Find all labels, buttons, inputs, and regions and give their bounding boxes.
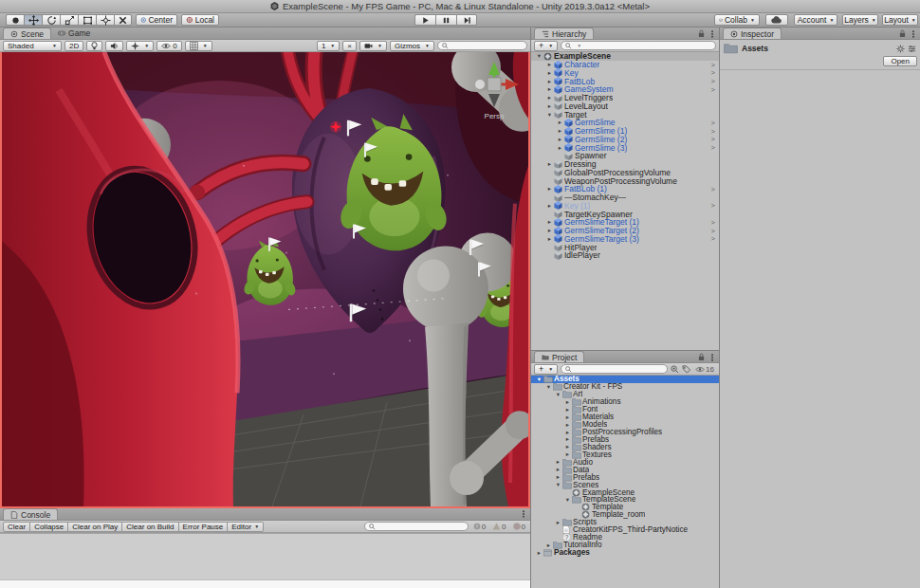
hierarchy-row-weaponpostprocessingvolume[interactable]: WeaponPostProcessingVolume [531,176,719,185]
expand-arrow[interactable]: ▸ [554,519,562,526]
expand-arrow[interactable]: ▸ [556,119,564,126]
play-button[interactable] [414,14,435,26]
hierarchy-row-fatblob[interactable]: ▸FatBLob> [531,77,719,85]
hierarchy-row-spawner[interactable]: Spawner [531,152,719,160]
collapse-button[interactable]: Collapse [30,522,68,532]
expand-arrow[interactable]: ▸ [545,69,554,77]
gear-icon[interactable] [896,45,905,53]
expand-arrow[interactable]: ▸ [545,218,554,226]
expand-arrow[interactable]: ▸ [545,202,554,210]
expand-arrow[interactable]: ▸ [563,413,572,421]
prefab-open-arrow[interactable]: > [711,227,719,235]
camera-speed-dropdown[interactable]: 1▼ [317,41,340,51]
space-toggle-button[interactable]: Local [181,14,219,26]
prefab-open-arrow[interactable]: > [711,218,719,227]
hierarchy-row-gamesystem[interactable]: ▸GameSystem> [531,85,719,94]
error-pause-button[interactable]: Error Pause [179,522,229,532]
project-row-prefabs[interactable]: ▸Prefabs [531,436,719,444]
2d-toggle[interactable]: 2D [64,41,83,51]
project-row-animations[interactable]: ▸Animations [531,398,719,406]
expand-arrow[interactable]: ▾ [563,496,572,504]
transform-tool-button[interactable] [96,14,114,26]
tab-scene[interactable]: Scene [3,28,51,39]
expand-arrow[interactable]: ▾ [535,376,543,383]
hierarchy-row-levellayout[interactable]: ▸LevelLayout [531,102,719,111]
lock-icon[interactable] [698,353,705,361]
project-row-creatorkitfps-third-partynotice[interactable]: CreatorKitFPS_Third-PartyNotice [531,526,719,534]
lighting-toggle[interactable] [86,41,102,51]
hierarchy-row-hitplayer[interactable]: HitPlayer [531,243,719,251]
menu-icon[interactable] [910,30,917,38]
project-row-data[interactable]: ▸Data [531,466,719,473]
expand-arrow[interactable]: ▸ [535,549,543,557]
hierarchy-row-germslimetarget-3-[interactable]: ▸GermSlimeTarget (3)> [531,235,719,244]
prefab-open-arrow[interactable]: > [711,127,719,136]
expand-arrow[interactable]: ▸ [563,429,572,436]
persp-label[interactable]: Persp [485,112,505,120]
expand-arrow[interactable]: ▸ [554,458,562,466]
create-asset-dropdown[interactable]: +▼ [534,364,558,375]
expand-arrow[interactable]: ▸ [545,94,554,101]
project-row-template-room[interactable]: Template_room [531,511,719,519]
hierarchy-row-examplescene[interactable]: ▾ExampleScene [531,52,719,61]
expand-arrow[interactable]: ▸ [545,61,554,68]
project-row-shaders[interactable]: ▸Shaders [531,443,719,450]
expand-arrow[interactable]: ▸ [563,406,572,413]
console-search-input[interactable] [364,522,469,531]
prefab-open-arrow[interactable]: > [711,201,719,210]
pivot-toggle-button[interactable]: Center [136,14,177,26]
menu-icon[interactable] [708,354,716,361]
move-tool-button[interactable] [24,14,42,26]
prefab-open-arrow[interactable]: > [711,234,719,243]
project-row-materials[interactable]: ▸Materials [531,413,719,421]
hidden-packages-toggle[interactable]: 16 [693,365,716,374]
console-log-area[interactable] [0,533,530,588]
project-search-input[interactable] [561,364,668,374]
presets-icon[interactable] [908,45,916,53]
expand-arrow[interactable]: ▸ [563,435,572,443]
expand-arrow[interactable]: ▸ [545,85,554,93]
cloud-button[interactable] [765,14,788,26]
project-row-art[interactable]: ▾Art [531,391,719,398]
error-count[interactable]: 0 [511,523,527,531]
expand-arrow[interactable]: ▾ [544,383,553,391]
grid-visibility-dropdown[interactable]: ▼ [185,41,212,51]
prefab-open-arrow[interactable]: > [711,77,719,85]
shading-mode-dropdown[interactable]: Shaded▼ [3,41,62,51]
project-row-prefabs[interactable]: ▸Prefabs [531,473,719,481]
expand-arrow[interactable]: ▸ [545,235,554,243]
account-dropdown[interactable]: Account▼ [794,14,837,26]
camera-settings-dropdown[interactable]: ▼ [359,41,387,51]
view-tool-button[interactable] [6,14,24,26]
info-count[interactable]: ! 0 [471,523,488,531]
hierarchy-row-idleplayer[interactable]: IdlePlayer [531,251,719,260]
lock-icon[interactable] [698,29,705,38]
scene-tools-button[interactable]: × [342,41,357,51]
expand-arrow[interactable]: ▸ [556,127,564,135]
project-row-postprocessingprofiles[interactable]: ▸PostProcessingProfiles [531,429,719,436]
expand-arrow[interactable]: ▸ [545,227,554,234]
prefab-open-arrow[interactable]: > [711,143,719,152]
clear-on-build-button[interactable]: Clear on Build [122,522,178,532]
pause-button[interactable] [435,14,456,26]
project-row-templatescene[interactable]: ▾TemplateScene [531,496,719,504]
expand-arrow[interactable]: ▾ [554,391,562,398]
project-row-creator-kit-fps[interactable]: ▾Creator Kit - FPS [531,383,719,391]
expand-arrow[interactable]: ▸ [554,466,562,473]
prefab-open-arrow[interactable]: > [711,85,719,94]
scene-search-input[interactable] [437,41,527,50]
tab-project[interactable]: Project [534,351,584,362]
editor-dropdown[interactable]: Editor▼ [228,522,264,532]
create-object-dropdown[interactable]: +▼ [534,41,558,51]
prefab-open-arrow[interactable]: > [711,135,719,143]
scale-tool-button[interactable] [60,14,78,26]
collab-dropdown[interactable]: Collab▼ [714,14,760,26]
rect-tool-button[interactable] [78,14,96,26]
menu-icon[interactable] [708,30,716,38]
audio-toggle[interactable] [105,41,123,51]
expand-arrow[interactable]: ▸ [556,144,564,152]
project-row-font[interactable]: ▸Font [531,406,719,413]
tab-game[interactable]: Game [51,28,97,39]
tab-inspector[interactable]: Inspector [723,28,782,39]
expand-arrow[interactable]: ▾ [554,481,562,488]
